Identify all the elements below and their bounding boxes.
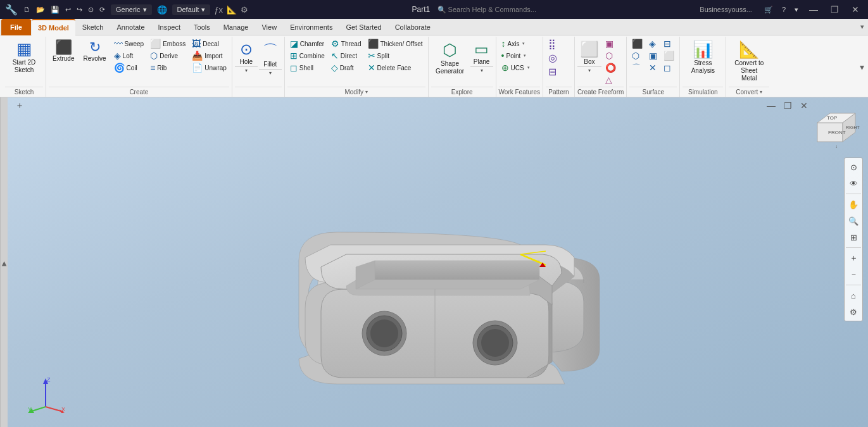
settings-button2[interactable]: ⚙ <box>241 5 248 15</box>
cf-btn3[interactable]: ⭕ <box>603 62 619 73</box>
extrude-button[interactable]: ⬛ Extrude <box>49 38 78 65</box>
pattern-circular-button[interactable]: ◎ <box>546 52 560 65</box>
thread-button[interactable]: ⚙ Thread <box>329 38 364 49</box>
options-dropdown[interactable]: ▾ <box>793 5 800 15</box>
pan-button[interactable]: ✋ <box>846 197 861 212</box>
ucs-button[interactable]: ⊕ UCS ▾ <box>499 62 532 73</box>
help-button[interactable]: ? <box>780 5 788 14</box>
chamfer-button[interactable]: ◪ Chamfer <box>287 38 327 49</box>
hole-dropdown-arrow[interactable]: ▾ <box>235 66 258 74</box>
convert-to-sheet-metal-button[interactable]: 📐 Convert to Sheet Metal <box>729 38 769 84</box>
split-button[interactable]: ✂ Split <box>365 50 425 61</box>
ribbon-expand-button[interactable]: ▾ <box>860 23 864 31</box>
home-view-button[interactable]: ⌂ <box>846 288 861 303</box>
window-restore[interactable]: ❐ <box>827 4 843 15</box>
emboss-button[interactable]: ⬜ Emboss <box>148 38 188 49</box>
tab-view[interactable]: View <box>255 19 283 35</box>
surface-btn4[interactable]: ◈ <box>646 38 660 49</box>
cart-icon[interactable]: 🛒 <box>762 5 775 15</box>
fillet-button[interactable]: ⌒ Fillet ▾ <box>259 38 282 77</box>
orbit-button[interactable]: ⊙ <box>846 159 861 175</box>
tab-file[interactable]: File <box>1 19 31 35</box>
viewport[interactable]: — ❐ ✕ ＋ <box>8 97 868 427</box>
sweep-button[interactable]: 〰 Sweep <box>111 38 147 49</box>
update-button[interactable]: ⟳ <box>97 5 107 15</box>
redo-button[interactable]: ↪ <box>75 5 84 15</box>
coil-button[interactable]: 🌀 Coil <box>111 62 147 73</box>
zoom-in-button[interactable]: ＋ <box>846 251 861 266</box>
decal-button[interactable]: 🖼 Decal <box>189 38 229 49</box>
ribbon-options-button[interactable]: ▾ <box>860 62 864 72</box>
look-at-button[interactable]: 👁 <box>846 176 861 191</box>
tab-environments[interactable]: Environments <box>284 19 339 35</box>
shell-button[interactable]: ◻ Shell <box>287 62 327 73</box>
surface-btn9[interactable]: ◻ <box>661 62 677 73</box>
import-button[interactable]: 📥 Import <box>189 50 229 61</box>
surface-btn1[interactable]: ⬛ <box>629 38 645 49</box>
unwrap-button[interactable]: 📄 Unwrap <box>189 62 229 73</box>
loft-button[interactable]: ◈ Loft <box>111 50 147 61</box>
open-button[interactable]: 📂 <box>34 5 47 15</box>
plane-dropdown-arrow[interactable]: ▾ <box>470 66 493 74</box>
viewport-minimize[interactable]: — <box>764 99 778 113</box>
user-account[interactable]: Businessyouss... <box>700 6 752 13</box>
tab-inspect[interactable]: Inspect <box>152 19 187 35</box>
cf-btn1[interactable]: ▣ <box>603 38 619 49</box>
cf-btn2[interactable]: ⬡ <box>603 50 619 61</box>
panel-collapse-button[interactable]: ◀ <box>0 97 8 427</box>
surface-btn6[interactable]: ✕ <box>646 62 660 73</box>
zoom-out-button[interactable]: － <box>846 267 861 282</box>
thicken-offset-button[interactable]: ⬛ Thicken/ Offset <box>365 38 425 49</box>
revolve-button[interactable]: ↻ Revolve <box>79 38 110 65</box>
hole-button[interactable]: ⊙ Hole ▾ <box>235 38 258 77</box>
surface-btn3[interactable]: ⌒ <box>629 62 645 73</box>
tab-tools[interactable]: Tools <box>187 19 217 35</box>
stress-analysis-button[interactable]: 📊 Stress Analysis <box>682 38 723 77</box>
box-dropdown-arrow[interactable]: ▾ <box>577 66 601 74</box>
tab-collaborate[interactable]: Collaborate <box>389 19 437 35</box>
axis-button[interactable]: ↕ Axis ▾ <box>499 38 532 49</box>
direct-button[interactable]: ↖ Direct <box>329 50 364 61</box>
start-2d-sketch-button[interactable]: ▦ Start 2D Sketch <box>5 38 43 75</box>
fx-button[interactable]: ƒx <box>214 5 223 15</box>
combine-button[interactable]: ⊞ Combine <box>287 50 327 61</box>
surface-btn2[interactable]: ⬡ <box>629 50 645 61</box>
viewcube[interactable]: FRONT TOP RIGHT ↓ <box>814 104 862 151</box>
undo-button[interactable]: ↩ <box>63 5 73 15</box>
shape-generator-button[interactable]: ⬡ Shape Generator <box>431 38 469 78</box>
tab-manage[interactable]: Manage <box>217 19 255 35</box>
environments-icon[interactable]: 🌐 <box>157 5 167 15</box>
viewport-close[interactable]: ✕ <box>797 99 811 113</box>
save-button[interactable]: 💾 <box>49 5 61 15</box>
workspace-dropdown[interactable]: Generic ▾ <box>111 4 152 15</box>
tab-3d-model[interactable]: 3D Model <box>32 19 75 35</box>
nav-properties-button[interactable]: ⚙ <box>846 304 861 319</box>
window-close[interactable]: ✕ <box>848 4 863 15</box>
render-dropdown[interactable]: Default ▾ <box>172 4 211 15</box>
point-button[interactable]: • Point ▾ <box>499 50 532 61</box>
convert-dropdown-arrow[interactable]: ▾ <box>760 89 762 95</box>
mirror-button[interactable]: ⊟ <box>546 66 560 78</box>
wheel-button[interactable]: ⊙ <box>86 5 96 15</box>
surface-btn8[interactable]: ⬜ <box>661 50 677 61</box>
add-viewport-tab[interactable]: ＋ <box>13 99 27 113</box>
modify-dropdown-arrow[interactable]: ▾ <box>365 89 368 95</box>
cf-btn4[interactable]: △ <box>603 74 619 85</box>
draft-button[interactable]: ◇ Draft <box>329 62 364 73</box>
window-minimize[interactable]: — <box>805 4 822 15</box>
surface-btn7[interactable]: ⊟ <box>661 38 677 49</box>
fillet-dropdown-arrow[interactable]: ▾ <box>259 69 282 77</box>
new-button[interactable]: 🗋 <box>22 5 32 14</box>
plane-button[interactable]: ▭ Plane ▾ <box>470 38 493 74</box>
rib-button[interactable]: ≡ Rib <box>148 62 188 73</box>
surface-btn5[interactable]: ▣ <box>646 50 660 61</box>
pattern-rectangular-button[interactable]: ⣿ <box>546 38 560 51</box>
box-button[interactable]: ⬜ Box ▾ <box>577 38 601 74</box>
delete-face-button[interactable]: ✕ Delete Face <box>365 62 425 73</box>
zoom-all-button[interactable]: ⊞ <box>846 230 861 245</box>
zoom-button[interactable]: 🔍 <box>846 213 861 228</box>
tab-get-started[interactable]: Get Started <box>339 19 387 35</box>
measure-button[interactable]: 📐 <box>227 5 237 15</box>
tab-sketch[interactable]: Sketch <box>76 19 110 35</box>
viewport-restore[interactable]: ❐ <box>781 99 795 113</box>
